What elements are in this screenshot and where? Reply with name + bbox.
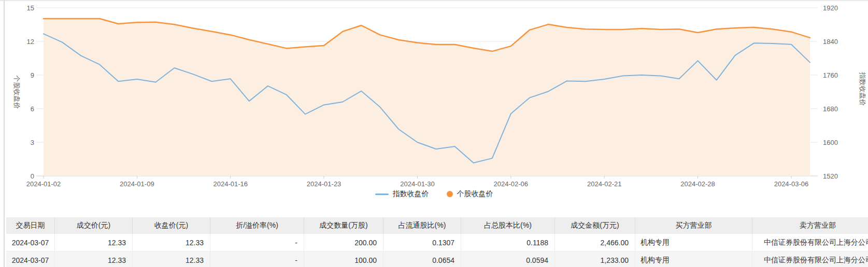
block-trades-table: 交易日期成交价(元)收盘价(元)折/溢价率(%)成交数量(万股)占流通股比(%)… (6, 217, 868, 267)
column-header: 买方营业部 (635, 217, 752, 234)
column-header: 成交价(元) (55, 217, 133, 234)
x-axis-tick-label: 2024-01-23 (307, 180, 341, 188)
table-cell: 100.00 (304, 251, 383, 267)
y-axis-right-tick-label: 1520 (823, 172, 838, 180)
price-chart-canvas: 036912151520160016801760184019202024-01-… (0, 0, 868, 206)
x-axis-tick-label: 2024-02-06 (494, 180, 529, 188)
table-cell: 2,466.00 (555, 234, 635, 251)
x-axis-tick-label: 2024-01-09 (120, 180, 154, 188)
x-axis-tick-label: 2024-02-21 (587, 180, 622, 188)
table-row: 2024-03-0712.3312.33-200.000.13070.11882… (6, 234, 868, 251)
y-axis-right-tick-label: 1680 (823, 105, 838, 113)
legend-dot-marker (447, 191, 453, 197)
stock-price-area-fill (44, 19, 810, 176)
table-cell: 12.33 (55, 251, 133, 267)
y-axis-left-tick-label: 15 (27, 4, 34, 12)
table-cell: 0.1188 (461, 234, 555, 251)
table-cell: 2024-03-07 (6, 234, 55, 251)
table-body: 2024-03-0712.3312.33-200.000.13070.11882… (6, 234, 868, 267)
column-header: 收盘价(元) (133, 217, 210, 234)
y-axis-right-title: 指数收盘价 (859, 72, 866, 106)
column-header: 卖方营业部 (752, 217, 868, 234)
y-axis-left-tick-label: 3 (31, 139, 34, 146)
legend-label-index-close: 指数收盘价 (393, 189, 429, 199)
y-axis-left-tick-label: 6 (31, 105, 34, 113)
y-axis-left-tick-label: 12 (27, 38, 34, 46)
x-axis-tick-label: 2024-02-28 (680, 180, 715, 188)
column-header: 占流通股比(%) (383, 217, 461, 234)
table-cell: - (210, 251, 304, 267)
table-cell: 中信证券股份有限公司上海分公司 (752, 234, 868, 251)
table-row: 2024-03-0712.3312.33-100.000.06540.05941… (6, 251, 868, 267)
legend-item-stock-close[interactable]: 个股收盘价 (447, 189, 493, 199)
y-axis-right-tick-label: 1600 (823, 139, 838, 146)
x-axis-tick-label: 2024-01-30 (400, 180, 435, 188)
table-cell: 0.1307 (383, 234, 461, 251)
table-cell: 12.33 (133, 234, 210, 251)
legend-label-stock-close: 个股收盘价 (457, 189, 493, 199)
x-axis-tick-label: 2024-03-06 (774, 180, 809, 188)
table-cell: 0.0654 (383, 251, 461, 267)
table-cell: 200.00 (304, 234, 383, 251)
column-header: 折/溢价率(%) (210, 217, 304, 234)
y-axis-left-tick-label: 9 (31, 71, 34, 79)
y-axis-right-tick-label: 1920 (823, 4, 838, 12)
price-chart-region: 036912151520160016801760184019202024-01-… (0, 0, 868, 206)
table-cell: 12.33 (133, 251, 210, 267)
chart-legend: 指数收盘价 个股收盘价 (0, 189, 868, 199)
y-axis-right-tick-label: 1840 (823, 38, 838, 46)
y-axis-right-tick-label: 1760 (823, 71, 838, 79)
y-axis-left-title: 个股收盘价 (13, 76, 21, 109)
table-cell: 机构专用 (635, 251, 752, 267)
column-header: 成交数量(万股) (304, 217, 383, 234)
legend-line-marker (375, 194, 389, 195)
table-cell: 12.33 (55, 234, 133, 251)
column-header: 成交金额(万元) (555, 217, 635, 234)
x-axis-tick-label: 2024-01-16 (213, 180, 248, 188)
legend-item-index-close[interactable]: 指数收盘价 (375, 189, 429, 199)
x-axis-tick-label: 2024-01-02 (26, 180, 61, 188)
table-cell: 2024-03-07 (6, 251, 55, 267)
table-header-row: 交易日期成交价(元)收盘价(元)折/溢价率(%)成交数量(万股)占流通股比(%)… (6, 217, 868, 234)
column-header: 占总股本比(%) (461, 217, 555, 234)
table-cell: 0.0594 (461, 251, 555, 267)
table-cell: - (210, 234, 304, 251)
column-header: 交易日期 (6, 217, 55, 234)
table-cell: 机构专用 (635, 234, 752, 251)
table-cell: 1,233.00 (555, 251, 635, 267)
table-cell: 中信证券股份有限公司上海分公司 (752, 251, 868, 267)
y-axis-left-tick-label: 0 (31, 172, 34, 180)
